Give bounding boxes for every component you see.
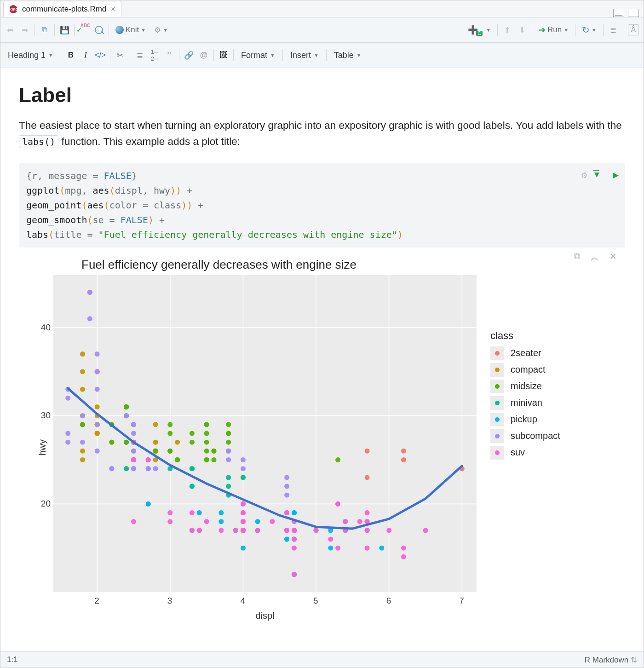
svg-point-179 (335, 501, 340, 507)
chunk-output: ⧉ ︽ ✕ Fuel efficiency generally decrease… (19, 248, 625, 630)
svg-point-226 (241, 519, 246, 524)
insert-chunk-icon: ➕C (468, 25, 478, 35)
svg-point-82 (167, 431, 172, 436)
chunk-options-icon[interactable]: ⚙ (581, 167, 587, 182)
svg-point-96 (124, 466, 129, 471)
legend-item: pickup (490, 413, 560, 426)
back-arrow-icon[interactable]: ⬅ (5, 25, 15, 35)
svg-point-232 (131, 457, 136, 462)
run-above-icon[interactable]: ▼ (594, 168, 606, 181)
spellcheck-icon[interactable]: ✓ABC (79, 25, 89, 35)
knit-button[interactable]: Knit ▼ (114, 24, 148, 35)
legend-item: minivan (490, 396, 560, 410)
svg-point-224 (197, 528, 202, 533)
insert-chunk-button[interactable]: ➕C ▼ (466, 24, 493, 36)
go-next-chunk-icon[interactable]: ⬇ (517, 25, 527, 35)
run-button[interactable]: ➔ Run ▼ (537, 24, 570, 36)
forward-arrow-icon[interactable]: ➡ (20, 25, 30, 35)
legend-item: subcompact (490, 429, 560, 443)
chevron-down-icon: ▼ (564, 27, 569, 33)
svg-point-178 (335, 545, 340, 550)
svg-point-206 (292, 528, 297, 533)
save-icon[interactable]: 💾 (59, 25, 69, 35)
image-icon[interactable]: 🖼 (218, 50, 229, 60)
svg-point-88 (204, 439, 209, 444)
code-chunk[interactable]: ⚙ ▼ ▶ {r, message = FALSE}ggplot(mpg, ae… (19, 163, 625, 248)
go-prev-chunk-icon[interactable]: ⬆ (502, 25, 512, 35)
svg-point-215 (241, 528, 246, 533)
code-icon[interactable]: </> (95, 50, 105, 60)
svg-point-168 (146, 466, 151, 471)
numbered-list-icon[interactable]: 1─2─ (150, 50, 160, 60)
file-tab[interactable]: Rmd communicate-plots.Rmd × (3, 1, 121, 17)
svg-point-81 (167, 449, 172, 454)
chevron-down-icon: ▼ (48, 52, 53, 58)
pane-window-controls (613, 7, 644, 17)
svg-point-207 (292, 536, 297, 541)
chevron-down-icon: ▼ (592, 27, 597, 33)
svg-point-89 (153, 449, 158, 454)
svg-point-170 (80, 439, 85, 444)
outline-icon[interactable]: ≣ (608, 25, 618, 35)
svg-point-184 (401, 554, 406, 559)
svg-point-182 (365, 510, 370, 515)
document-body[interactable]: Label The easiest place to start when tu… (0, 68, 644, 651)
italic-icon[interactable]: I (80, 50, 91, 60)
svg-point-172 (95, 386, 100, 392)
source-toolbar: ⬅ ➡ ⧉ 💾 ✓ABC Knit ▼ ⚙ ▼ ➕C ▼ ⬆ ⬇ ➔ Run (0, 17, 644, 43)
svg-point-94 (226, 422, 231, 427)
svg-point-201 (167, 519, 172, 524)
insert-menu[interactable]: Insert▼ (288, 50, 322, 61)
legend-item: compact (490, 363, 560, 377)
svg-point-120 (379, 545, 384, 550)
expand-output-icon[interactable]: ⧉ (574, 251, 581, 263)
svg-point-84 (80, 422, 85, 427)
bullet-list-icon[interactable]: ≣ (135, 50, 145, 60)
svg-point-72 (190, 431, 195, 436)
close-tab-icon[interactable]: × (111, 5, 115, 13)
svg-point-174 (95, 351, 100, 357)
y-axis-label: hwy (37, 439, 48, 456)
plot-legend: class 2seatercompactmidsizeminivanpickup… (490, 330, 560, 462)
find-icon[interactable] (94, 25, 104, 35)
run-chunk-icon[interactable]: ▶ (613, 167, 619, 182)
format-menu[interactable]: Format▼ (238, 50, 278, 61)
svg-point-20 (175, 439, 180, 444)
svg-point-112 (292, 510, 297, 515)
svg-point-153 (124, 413, 129, 418)
visual-editor-toggle-icon[interactable]: Å (628, 24, 639, 35)
svg-point-11 (401, 449, 406, 454)
file-type-select[interactable]: R Markdown ⇅ (585, 655, 637, 665)
svg-point-9 (365, 449, 370, 454)
svg-point-87 (124, 404, 129, 409)
cursor-position[interactable]: 1:1 (7, 655, 18, 664)
svg-point-222 (357, 519, 362, 524)
maximize-pane-icon[interactable] (628, 9, 639, 17)
clear-output-icon[interactable]: ✕ (610, 251, 617, 263)
legend-item: midsize (490, 380, 560, 393)
chunk-settings-button[interactable]: ⚙ ▼ (152, 24, 170, 36)
show-in-new-window-icon[interactable]: ⧉ (40, 25, 50, 35)
svg-point-227 (241, 501, 246, 507)
blockquote-icon[interactable]: ” (164, 50, 174, 60)
collapse-output-icon[interactable]: ︽ (591, 251, 599, 263)
svg-point-107 (218, 510, 224, 515)
svg-point-115 (328, 545, 333, 550)
link-icon[interactable]: 🔗 (184, 50, 194, 60)
citation-icon[interactable]: @ (199, 50, 209, 60)
svg-point-121 (255, 519, 260, 524)
svg-point-91 (204, 457, 209, 462)
table-menu[interactable]: Table▼ (331, 50, 364, 61)
svg-point-189 (233, 528, 238, 533)
minimize-pane-icon[interactable] (613, 9, 624, 17)
status-bar: 1:1 R Markdown ⇅ (0, 651, 644, 668)
inline-code: labs() (19, 135, 58, 148)
chevron-down-icon: ▼ (141, 27, 146, 33)
svg-point-148 (284, 475, 289, 480)
rmd-file-icon: Rmd (9, 5, 17, 13)
block-style-select[interactable]: Heading 1 ▼ (5, 50, 56, 61)
bold-icon[interactable]: B (66, 50, 76, 60)
svg-point-12 (401, 457, 406, 462)
clear-format-icon[interactable]: ✂ (115, 50, 125, 60)
publish-button[interactable]: ↻ ▼ (580, 23, 598, 36)
